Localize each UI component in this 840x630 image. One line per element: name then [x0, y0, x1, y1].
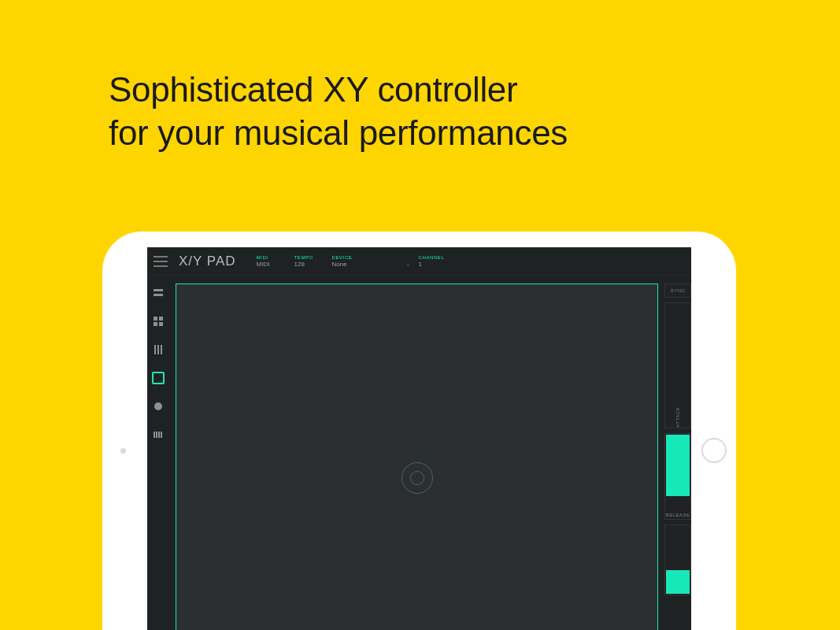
channel-selector[interactable]: CHANNEL 1: [419, 255, 449, 268]
svg-rect-4: [154, 322, 157, 326]
app-title: X/Y PAD: [179, 254, 236, 269]
release-fill: [666, 435, 690, 496]
xy-puck[interactable]: [401, 462, 433, 494]
svg-rect-8: [161, 345, 162, 354]
headline-line-2: for your musical performances: [109, 113, 568, 152]
xy-pad-icon[interactable]: [152, 372, 165, 384]
tempo-value: 128: [294, 261, 324, 268]
svg-rect-5: [159, 322, 163, 326]
hold-slider[interactable]: [664, 524, 691, 595]
sliders-icon[interactable]: [152, 343, 165, 356]
release-label: RELEASE: [665, 513, 690, 517]
midi-value: MIDI: [257, 261, 287, 268]
menu-icon[interactable]: [154, 256, 168, 267]
body-area: SYNC ATTACK RELEASE: [147, 276, 691, 630]
attack-label: ATTACK: [675, 404, 680, 428]
svg-rect-1: [154, 294, 163, 296]
svg-rect-11: [154, 432, 155, 438]
tablet-home-button[interactable]: [701, 438, 727, 463]
svg-rect-6: [154, 345, 156, 354]
svg-rect-0: [154, 289, 163, 291]
layout-rows-icon[interactable]: [152, 287, 165, 299]
svg-rect-14: [161, 432, 162, 438]
device-selector[interactable]: DEVICE None ⌄: [332, 255, 411, 268]
side-toolbar: [147, 276, 169, 630]
tablet-camera-dot: [120, 448, 126, 454]
xy-puck-inner: [410, 471, 424, 485]
svg-rect-7: [157, 345, 159, 354]
marketing-headline: Sophisticated XY controller for your mus…: [109, 68, 568, 154]
tempo-selector[interactable]: TEMPO 128: [294, 255, 324, 268]
tablet-frame: X/Y PAD MIDI MIDI TEMPO 128 DEVICE None …: [102, 232, 736, 630]
midi-selector[interactable]: MIDI MIDI: [257, 255, 287, 268]
sync-label: SYNC: [671, 288, 686, 293]
headline-line-1: Sophisticated XY controller: [109, 70, 517, 109]
right-panel: SYNC ATTACK RELEASE: [664, 276, 691, 630]
channel-label: CHANNEL: [419, 255, 449, 260]
hold-fill: [666, 570, 690, 594]
channel-value: 1: [419, 261, 449, 268]
record-icon[interactable]: [152, 400, 165, 413]
top-bar: X/Y PAD MIDI MIDI TEMPO 128 DEVICE None …: [147, 247, 691, 276]
tempo-label: TEMPO: [294, 255, 324, 260]
svg-rect-13: [158, 432, 160, 438]
svg-rect-3: [159, 317, 163, 321]
app-screen: X/Y PAD MIDI MIDI TEMPO 128 DEVICE None …: [147, 247, 691, 630]
xy-pad-container: [169, 276, 664, 630]
midi-label: MIDI: [257, 255, 287, 260]
release-slider[interactable]: RELEASE: [664, 433, 691, 520]
svg-rect-12: [156, 432, 157, 438]
grid-icon[interactable]: [152, 315, 165, 328]
svg-point-10: [154, 402, 162, 410]
device-label: DEVICE: [332, 255, 411, 260]
sync-button[interactable]: SYNC: [664, 284, 691, 298]
chevron-down-icon: ⌄: [405, 261, 411, 268]
svg-rect-2: [154, 317, 157, 321]
xy-pad-surface[interactable]: [176, 284, 658, 630]
svg-rect-9: [154, 373, 163, 383]
attack-slider[interactable]: ATTACK: [664, 302, 691, 428]
device-value: None: [332, 261, 347, 268]
keyboard-icon[interactable]: [152, 428, 165, 441]
